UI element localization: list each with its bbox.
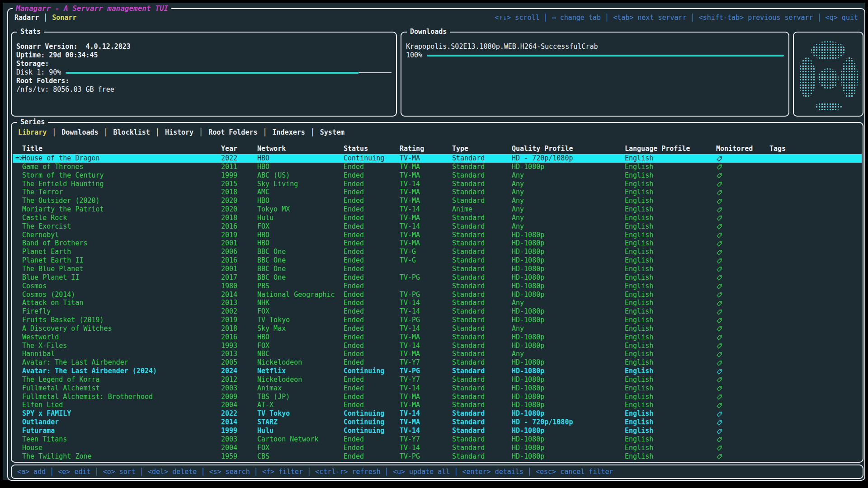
table-row[interactable]: Planet Earth II2016BBC OneEndedTV-GStand… bbox=[13, 256, 862, 265]
series-table: =>House of the Dragon2022HBOContinuingTV… bbox=[13, 154, 862, 460]
table-row[interactable]: Outlander2014STARZContinuingTV-MAStandar… bbox=[13, 418, 862, 427]
table-row[interactable]: Blue Planet II2017BBC OneEndedTV-PGStand… bbox=[13, 273, 862, 282]
table-row[interactable]: Planet Earth2006BBC OneEndedTV-GStandard… bbox=[13, 248, 862, 256]
cell-quality_profile: HD-1080p bbox=[512, 444, 544, 452]
keybind-hint: <tab> next servarr bbox=[613, 14, 687, 22]
table-row[interactable]: Fullmetal Alchemist: Brotherhood2009TBS … bbox=[13, 393, 862, 401]
table-row[interactable]: The Exorcist2016FOXEndedTV-14StandardAny… bbox=[13, 222, 862, 231]
table-row[interactable]: Avatar: The Last Airbender (2024)2024Net… bbox=[13, 367, 862, 375]
table-row[interactable]: Chernobyl2019HBOEndedTV-MAStandardHD-108… bbox=[13, 231, 862, 239]
cell-rating: TV-14 bbox=[400, 324, 420, 333]
servarr-tabs: Radarr │ Sonarr bbox=[14, 14, 76, 22]
cell-rating: TV-MA bbox=[400, 154, 420, 163]
cell-status: Ended bbox=[344, 307, 364, 316]
series-tab-downloads[interactable]: Downloads bbox=[61, 128, 98, 136]
cell-rating: TV-14 bbox=[400, 307, 420, 316]
keybind-hint: <ctrl-r> refresh bbox=[315, 468, 381, 476]
cell-status: Ended bbox=[344, 248, 364, 256]
monitored-tag-icon bbox=[716, 369, 722, 375]
table-row[interactable]: Futurama1999HuluContinuingTV-14StandardH… bbox=[13, 427, 862, 435]
cell-network: Cartoon Network bbox=[257, 435, 318, 444]
tab-separator: │ bbox=[156, 128, 160, 136]
table-row[interactable]: Avatar: The Last Airbender2005Nickelodeo… bbox=[13, 358, 862, 367]
app-window: Managarr - A Servarr management TUI Rada… bbox=[7, 8, 865, 481]
cell-quality_profile: HD-1080p bbox=[512, 409, 544, 418]
logo-panel bbox=[793, 32, 863, 117]
series-tab-root-folders[interactable]: Root Folders bbox=[208, 128, 257, 136]
cell-title: Hannibal bbox=[22, 350, 55, 358]
cell-language_profile: English bbox=[625, 205, 653, 214]
cell-quality_profile: HD-1080p bbox=[512, 282, 544, 291]
cell-monitored bbox=[716, 452, 722, 461]
cell-rating: TV-PG bbox=[400, 452, 420, 461]
tab-sonarr[interactable]: Sonarr bbox=[52, 14, 76, 22]
table-row[interactable]: The Blue Planet2001BBC OneEndedStandardH… bbox=[13, 265, 862, 273]
cell-quality_profile: Any bbox=[512, 222, 524, 231]
table-row[interactable]: Attack on Titan2013NHKEndedTV-14Standard… bbox=[13, 299, 862, 307]
cell-type: Standard bbox=[452, 222, 485, 231]
cell-quality_profile: HD-1080p bbox=[512, 273, 544, 282]
cell-language_profile: English bbox=[625, 367, 653, 375]
keybind-separator: │ bbox=[136, 468, 148, 476]
table-row[interactable]: The Enfield Haunting2015Sky LivingEndedT… bbox=[13, 180, 862, 188]
table-row[interactable]: =>House of the Dragon2022HBOContinuingTV… bbox=[13, 154, 862, 163]
cell-monitored bbox=[716, 324, 722, 333]
download-progress-line: 100% bbox=[406, 51, 784, 60]
table-row[interactable]: House2004FOXEndedTV-14StandardHD-1080pEn… bbox=[13, 444, 862, 452]
cell-language_profile: English bbox=[625, 171, 653, 180]
cell-network: NHK bbox=[257, 299, 269, 307]
cell-year: 2001 bbox=[221, 265, 237, 273]
table-row[interactable]: Game of Thrones2011HBOEndedTV-MAStandard… bbox=[13, 163, 862, 171]
cell-status: Ended bbox=[344, 256, 364, 265]
table-row[interactable]: The Twilight Zone1959CBSEndedTV-PGStanda… bbox=[13, 452, 862, 461]
cell-network: FOX bbox=[257, 222, 269, 231]
monitored-tag-icon bbox=[716, 394, 722, 400]
series-tab-library[interactable]: Library bbox=[18, 128, 47, 136]
cell-monitored bbox=[716, 444, 722, 452]
table-row[interactable]: Westworld2016HBOEndedTV-MAStandardHD-108… bbox=[13, 333, 862, 342]
monitored-tag-icon bbox=[716, 215, 722, 221]
cell-rating: TV-14 bbox=[400, 342, 420, 350]
monitored-tag-icon bbox=[716, 181, 722, 188]
table-row[interactable]: The Terror2018AMCEndedTV-MAStandardAnyEn… bbox=[13, 188, 862, 197]
table-row[interactable]: Elfen Lied2004AT-XEndedTV-MAStandardHD-1… bbox=[13, 401, 862, 409]
series-tab-system[interactable]: System bbox=[320, 128, 344, 136]
keybind-hint: <enter> details bbox=[462, 468, 523, 476]
cell-language_profile: English bbox=[625, 214, 653, 222]
cell-network: BBC One bbox=[257, 256, 286, 265]
table-row[interactable]: Fullmetal Alchemist2003AnimaxEndedTV-14S… bbox=[13, 384, 862, 393]
cell-network: TBS (JP) bbox=[257, 393, 290, 401]
cell-network: BBC One bbox=[257, 273, 286, 282]
tab-radarr[interactable]: Radarr bbox=[14, 14, 39, 22]
table-row[interactable]: SPY x FAMILY2022TV TokyoContinuingTV-14S… bbox=[13, 409, 862, 418]
table-row[interactable]: The Outsider (2020)2020HBOEndedTV-MAStan… bbox=[13, 197, 862, 205]
series-tab-blocklist[interactable]: Blocklist bbox=[113, 128, 150, 136]
table-row[interactable]: Castle Rock2018HuluEndedTV-MAStandardAny… bbox=[13, 214, 862, 222]
cell-title: Teen Titans bbox=[22, 435, 67, 444]
cell-monitored bbox=[716, 256, 722, 265]
table-row[interactable]: Moriarty the Patriot2020Tokyo MXEndedTV-… bbox=[13, 205, 862, 214]
table-row[interactable]: A Discovery of Witches2018Sky MaxEndedTV… bbox=[13, 324, 862, 333]
cell-quality_profile: HD-1080p bbox=[512, 333, 544, 342]
table-row[interactable]: Teen Titans2003Cartoon NetworkEndedTV-Y7… bbox=[13, 435, 862, 444]
table-row[interactable]: The Legend of Korra2012NickelodeonEndedT… bbox=[13, 375, 862, 384]
table-row[interactable]: The X-Files1993FOXEndedTV-14StandardHD-1… bbox=[13, 342, 862, 350]
table-row[interactable]: Band of Brothers2001HBOEndedTV-MAStandar… bbox=[13, 239, 862, 248]
table-row[interactable]: Cosmos1980PBSEndedStandardHD-1080pEnglis… bbox=[13, 282, 862, 291]
table-row[interactable]: Hannibal2013NBCEndedTV-MAStandardAnyEngl… bbox=[13, 350, 862, 358]
cell-language_profile: English bbox=[625, 384, 653, 393]
table-row[interactable]: Cosmos (2014)2014National GeographicEnde… bbox=[13, 291, 862, 299]
column-header-network: Network bbox=[257, 145, 286, 153]
series-tab-indexers[interactable]: Indexers bbox=[273, 128, 305, 136]
series-tab-history[interactable]: History bbox=[165, 128, 193, 136]
cell-title: The Exorcist bbox=[22, 222, 71, 231]
cell-title: The Twilight Zone bbox=[22, 452, 92, 461]
table-row[interactable]: Firefly2002FOXEndedTV-14StandardHD-1080p… bbox=[13, 307, 862, 316]
cell-year: 2009 bbox=[221, 393, 237, 401]
cell-type: Standard bbox=[452, 307, 485, 316]
monitored-tag-icon bbox=[716, 292, 722, 298]
table-row[interactable]: Storm of the Century1999ABC (US)EndedTV-… bbox=[13, 171, 862, 180]
monitored-tag-icon bbox=[716, 207, 722, 213]
cell-monitored bbox=[716, 188, 722, 197]
table-row[interactable]: Fruits Basket (2019)2019TV TokyoEndedTV-… bbox=[13, 316, 862, 324]
